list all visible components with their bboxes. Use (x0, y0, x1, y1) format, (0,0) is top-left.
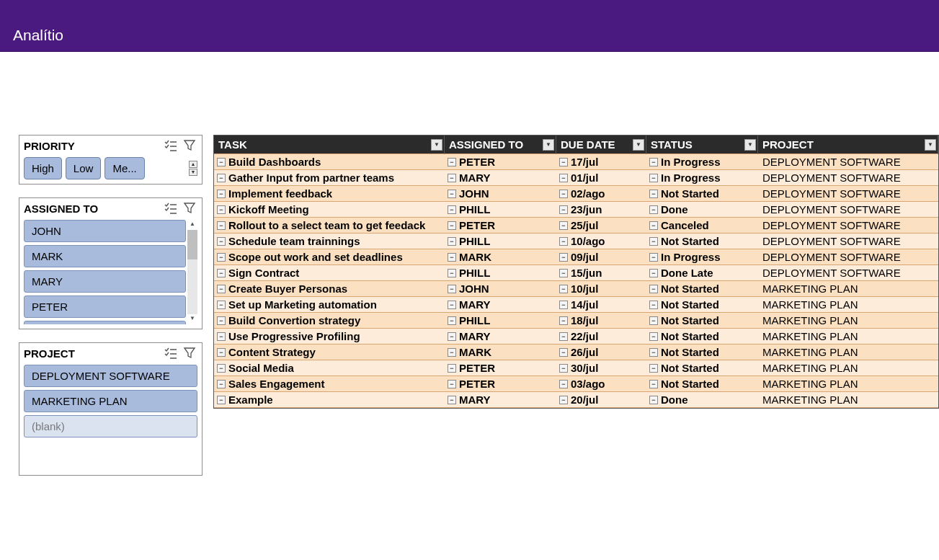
collapse-icon[interactable]: − (559, 380, 568, 388)
collapse-icon[interactable]: − (448, 380, 456, 388)
table-row[interactable]: −Example−MARY−20/jul−DoneMARKETING PLAN (214, 392, 938, 408)
scroll-down-icon[interactable]: ▼ (187, 314, 197, 324)
collapse-icon[interactable]: − (559, 158, 568, 166)
collapse-icon[interactable]: − (217, 221, 226, 230)
collapse-icon[interactable]: − (649, 396, 658, 404)
multiselect-icon[interactable] (163, 346, 179, 360)
scroll-up-icon[interactable]: ▲ (187, 220, 197, 230)
collapse-icon[interactable]: − (649, 253, 658, 262)
chip-scroll-down[interactable]: ▼ (189, 169, 197, 176)
assigned-item-mark[interactable]: MARK (24, 245, 186, 267)
table-row[interactable]: −Build Convertion strategy−PHILL−18/jul−… (214, 313, 938, 329)
collapse-icon[interactable]: − (559, 316, 568, 325)
collapse-icon[interactable]: − (559, 237, 568, 246)
collapse-icon[interactable]: − (649, 348, 658, 357)
collapse-icon[interactable]: − (217, 269, 226, 277)
collapse-icon[interactable]: − (448, 396, 456, 404)
collapse-icon[interactable]: − (649, 332, 658, 341)
collapse-icon[interactable]: − (649, 269, 658, 277)
table-row[interactable]: −Sales Engagement−PETER−03/ago−Not Start… (214, 376, 938, 392)
collapse-icon[interactable]: − (559, 205, 568, 214)
collapse-icon[interactable]: − (217, 348, 226, 357)
table-row[interactable]: −Use Progressive Profiling−MARY−22/jul−N… (214, 329, 938, 345)
collapse-icon[interactable]: − (217, 205, 226, 214)
collapse-icon[interactable]: − (649, 316, 658, 325)
table-row[interactable]: −Implement feedback−JOHN−02/ago−Not Star… (214, 186, 938, 202)
collapse-icon[interactable]: − (448, 285, 456, 293)
priority-chip-high[interactable]: High (24, 157, 62, 179)
collapse-icon[interactable]: − (649, 285, 658, 293)
collapse-icon[interactable]: − (559, 348, 568, 357)
slicer-scrollbar[interactable]: ▲ ▼ (187, 220, 197, 324)
column-header-assigned-to[interactable]: ASSIGNED TO▼ (445, 135, 556, 154)
collapse-icon[interactable]: − (448, 174, 456, 182)
collapse-icon[interactable]: − (217, 253, 226, 262)
collapse-icon[interactable]: − (448, 221, 456, 230)
collapse-icon[interactable]: − (559, 174, 568, 182)
collapse-icon[interactable]: − (559, 190, 568, 198)
table-row[interactable]: −Create Buyer Personas−JOHN−10/jul−Not S… (214, 281, 938, 297)
column-header-project[interactable]: PROJECT▼ (758, 135, 938, 154)
collapse-icon[interactable]: − (448, 237, 456, 246)
collapse-icon[interactable]: − (448, 190, 456, 198)
collapse-icon[interactable]: − (217, 316, 226, 325)
collapse-icon[interactable]: − (649, 174, 658, 182)
collapse-icon[interactable]: − (559, 269, 568, 277)
assigned-item-phill[interactable]: PHILL (24, 321, 186, 324)
priority-chip-low[interactable]: Low (66, 157, 102, 179)
collapse-icon[interactable]: − (649, 205, 658, 214)
table-row[interactable]: −Content Strategy−MARK−26/jul−Not Starte… (214, 345, 938, 360)
collapse-icon[interactable]: − (649, 380, 658, 388)
collapse-icon[interactable]: − (448, 269, 456, 277)
project-item-deployment[interactable]: DEPLOYMENT SOFTWARE (24, 365, 197, 387)
project-item-marketing[interactable]: MARKETING PLAN (24, 390, 197, 412)
table-row[interactable]: −Scope out work and set deadlines−MARK−0… (214, 249, 938, 265)
collapse-icon[interactable]: − (559, 301, 568, 309)
filter-dropdown-icon[interactable]: ▼ (633, 139, 644, 151)
collapse-icon[interactable]: − (649, 190, 658, 198)
collapse-icon[interactable]: − (649, 237, 658, 246)
clear-filter-icon[interactable] (182, 138, 197, 153)
collapse-icon[interactable]: − (448, 158, 456, 166)
collapse-icon[interactable]: − (448, 316, 456, 325)
priority-chip-medium[interactable]: Me... (104, 157, 144, 179)
collapse-icon[interactable]: − (448, 205, 456, 214)
collapse-icon[interactable]: − (559, 364, 568, 373)
collapse-icon[interactable]: − (217, 380, 226, 388)
collapse-icon[interactable]: − (217, 237, 226, 246)
multiselect-icon[interactable] (163, 201, 179, 215)
collapse-icon[interactable]: − (649, 301, 658, 309)
column-header-due-date[interactable]: DUE DATE▼ (556, 135, 646, 154)
scroll-thumb[interactable] (187, 230, 197, 259)
column-header-task[interactable]: TASK▼ (214, 135, 445, 154)
collapse-icon[interactable]: − (217, 285, 226, 293)
filter-dropdown-icon[interactable]: ▼ (543, 139, 554, 151)
clear-filter-icon[interactable] (182, 346, 197, 360)
table-row[interactable]: −Social Media−PETER−30/jul−Not StartedMA… (214, 360, 938, 376)
table-row[interactable]: −Build Dashboards−PETER−17/jul−In Progre… (214, 154, 938, 170)
collapse-icon[interactable]: − (559, 332, 568, 341)
collapse-icon[interactable]: − (448, 348, 456, 357)
collapse-icon[interactable]: − (448, 253, 456, 262)
collapse-icon[interactable]: − (559, 253, 568, 262)
collapse-icon[interactable]: − (217, 174, 226, 182)
table-row[interactable]: −Set up Marketing automation−MARY−14/jul… (214, 297, 938, 313)
filter-dropdown-icon[interactable]: ▼ (744, 139, 756, 151)
clear-filter-icon[interactable] (182, 201, 197, 215)
table-row[interactable]: −Rollout to a select team to get feedack… (214, 218, 938, 234)
table-row[interactable]: −Gather Input from partner teams−MARY−01… (214, 170, 938, 186)
collapse-icon[interactable]: − (217, 364, 226, 373)
collapse-icon[interactable]: − (217, 332, 226, 341)
assigned-item-mary[interactable]: MARY (24, 270, 186, 293)
table-row[interactable]: −Sign Contract−PHILL−15/jun−Done LateDEP… (214, 265, 938, 281)
collapse-icon[interactable]: − (649, 364, 658, 373)
table-row[interactable]: −Kickoff Meeting−PHILL−23/jun−DoneDEPLOY… (214, 202, 938, 218)
collapse-icon[interactable]: − (217, 301, 226, 309)
assigned-item-peter[interactable]: PETER (24, 295, 186, 318)
collapse-icon[interactable]: − (217, 190, 226, 198)
chip-scroll-up[interactable]: ▲ (189, 161, 197, 168)
collapse-icon[interactable]: − (649, 221, 658, 230)
filter-dropdown-icon[interactable]: ▼ (431, 139, 442, 151)
collapse-icon[interactable]: − (217, 158, 226, 166)
scroll-track[interactable] (187, 230, 197, 314)
